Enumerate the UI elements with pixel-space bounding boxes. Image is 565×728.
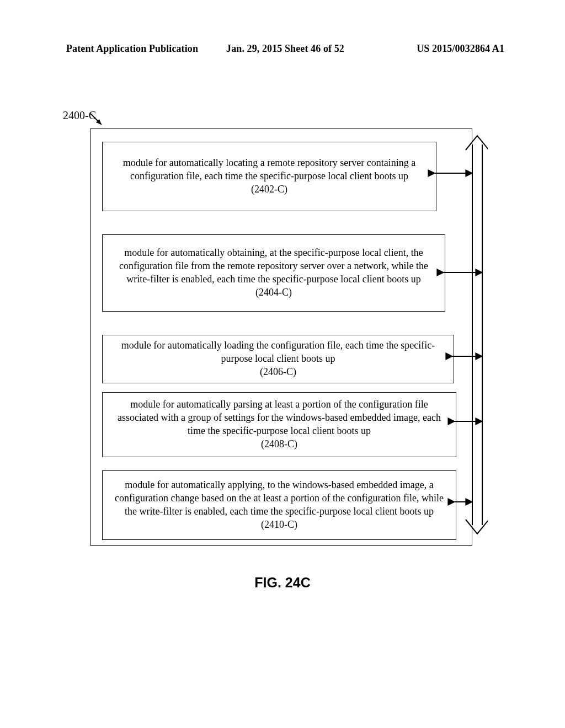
header-left: Patent Application Publication [66,43,212,55]
module-box-2402c: module for automatically locating a remo… [102,142,436,211]
module-text: module for automatically obtaining, at t… [115,247,433,286]
page: Patent Application Publication Jan. 29, … [0,0,565,728]
module-box-2404c: module for automatically obtaining, at t… [102,234,445,312]
module-text: module for automatically parsing at leas… [115,398,444,438]
module-text: module for automatically applying, to th… [115,479,444,518]
module-text: module for automatically locating a remo… [115,157,424,183]
module-number: (2402-C) [251,183,287,196]
module-box-2408c: module for automatically parsing at leas… [102,392,456,457]
page-header: Patent Application Publication Jan. 29, … [66,43,504,55]
diagram-container: module for automatically locating a remo… [90,128,472,546]
module-box-2406c: module for automatically loading the con… [102,335,454,383]
header-center: Jan. 29, 2015 Sheet 46 of 52 [212,43,359,55]
module-box-2410c: module for automatically applying, to th… [102,470,456,540]
header-right: US 2015/0032864 A1 [358,43,504,55]
figure-caption: FIG. 24C [0,575,565,591]
module-text: module for automatically loading the con… [115,339,441,366]
module-number: (2410-C) [261,518,297,532]
module-number: (2408-C) [261,438,297,451]
module-number: (2404-C) [255,286,292,299]
module-number: (2406-C) [260,366,296,379]
